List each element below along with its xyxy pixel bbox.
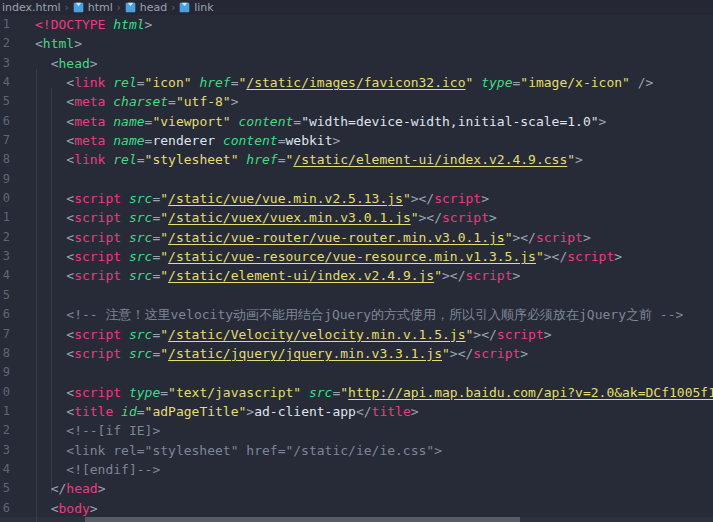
breadcrumb-file[interactable]: index.html [2,1,61,14]
code-line: 2 <!--[if IE]> [0,421,713,440]
line-number: 6 [0,305,10,324]
code-text [10,286,35,305]
code-text: <!-- 注意！这里velocity动画不能用结合jQuery的方式使用，所以引… [10,305,683,324]
code-line: 4 <![endif]--> [0,460,713,479]
code-line: 9 [0,170,713,189]
code-line: 7 <script src="/static/Velocity/velocity… [0,325,713,344]
editor-pane[interactable]: 1<!DOCTYPE html>2<html>3 <head>4 <link r… [0,15,713,522]
chevron-right-icon: › [117,2,121,13]
breadcrumb-file-label: index.html [2,1,61,14]
line-number: 9 [0,170,10,189]
line-number: 3 [0,441,10,460]
line-number: 5 [0,286,10,305]
code-text: <html> [10,34,82,53]
line-number: 9 [0,363,10,382]
code-line: 8 <script src="/static/jquery/jquery.min… [0,344,713,363]
code-line: 1 <title id="adPageTitle">ad-client-app<… [0,402,713,421]
code-line: 6 <!-- 注意！这里velocity动画不能用结合jQuery的方式使用，所… [0,305,713,324]
line-number: 6 [0,112,10,131]
line-number: 7 [0,131,10,150]
code-text: <script type="text/javascript" src="http… [10,383,713,402]
line-number: 4 [0,73,10,92]
code-text: </head> [10,479,105,498]
horizontal-scrollbar[interactable] [0,517,713,522]
code-line: 6 <body> [0,499,713,518]
code-line: 9 [0,363,713,382]
code-line: 2 <script src="/static/vue-router/vue-ro… [0,228,713,247]
breadcrumb-item-label: link [194,1,213,14]
line-number: 8 [0,344,10,363]
code-text: <script src="/static/vue/vue.min.v2.5.13… [10,189,489,208]
code-text: <meta name=renderer content=webkit> [10,131,340,150]
code-text [10,363,35,382]
code-text: <script src="/static/vue-router/vue-rout… [10,228,591,247]
code-line: 3 <link rel="stylesheet" href="/static/i… [0,441,713,460]
code-text: <script src="/static/Velocity/velocity.m… [10,325,552,344]
code-lines: 1<!DOCTYPE html>2<html>3 <head>4 <link r… [0,15,713,522]
code-line: 0 <script type="text/javascript" src="ht… [0,383,713,402]
line-number: 8 [0,150,10,169]
line-number: 6 [0,499,10,518]
code-line: 1<!DOCTYPE html> [0,15,713,34]
line-number: 2 [0,421,10,440]
breadcrumb-item-head[interactable]: head [125,1,167,14]
chevron-right-icon: › [171,2,175,13]
scrollbar-thumb[interactable] [85,517,520,522]
code-text: <!DOCTYPE html> [10,15,152,34]
breadcrumb-item-label: html [88,1,113,14]
line-number: 5 [0,92,10,111]
line-number: 2 [0,228,10,247]
line-number: 1 [0,15,10,34]
code-line: 3 <head> [0,54,713,73]
breadcrumb-item-link[interactable]: link [179,1,213,14]
code-text: <head> [10,54,98,73]
code-text: <body> [10,499,98,518]
code-text [10,170,35,189]
line-number: 4 [0,266,10,285]
code-text: <!--[if IE]> [10,421,160,440]
line-number: 1 [0,208,10,227]
line-number: 7 [0,325,10,344]
chevron-right-icon: › [65,2,69,13]
line-number: 3 [0,54,10,73]
code-text: <script src="/static/vue-resource/vue-re… [10,247,622,266]
code-line: 5 [0,286,713,305]
line-number: 0 [0,189,10,208]
symbol-tag-icon [125,2,136,13]
code-text: <link rel="stylesheet" href="/static/ie/… [10,441,442,460]
indent-guide [36,69,37,522]
line-number: 5 [0,479,10,498]
code-text: <meta charset="utf-8"> [10,92,239,111]
code-line: 0 <script src="/static/vue/vue.min.v2.5.… [0,189,713,208]
code-text: <script src="/static/jquery/jquery.min.v… [10,344,528,363]
breadcrumb: index.html › html › head › link [0,0,713,15]
code-line: 4 <script src="/static/element-ui/index.… [0,266,713,285]
code-text: <![endif]--> [10,460,160,479]
code-line: 8 <link rel="stylesheet" href="/static/e… [0,150,713,169]
code-line: 2<html> [0,34,713,53]
code-text: <script src="/static/element-ui/index.v2… [10,266,520,285]
code-text: <title id="adPageTitle">ad-client-app</t… [10,402,419,421]
code-line: 1 <script src="/static/vuex/vuex.min.v3.… [0,208,713,227]
symbol-tag-icon [179,2,190,13]
code-line: 6 <meta name="viewport" content="width=d… [0,112,713,131]
line-number: 0 [0,383,10,402]
line-number: 4 [0,460,10,479]
breadcrumb-item-html[interactable]: html [73,1,113,14]
indent-guide [51,88,52,494]
line-number: 3 [0,247,10,266]
breadcrumb-item-label: head [140,1,167,14]
code-line: 3 <script src="/static/vue-resource/vue-… [0,247,713,266]
code-text: <link rel="icon" href="/static/images/fa… [10,73,653,92]
symbol-tag-icon [73,2,84,13]
code-text: <script src="/static/vuex/vuex.min.v3.0.… [10,208,497,227]
line-number: 1 [0,402,10,421]
code-line: 7 <meta name=renderer content=webkit> [0,131,713,150]
code-text: <meta name="viewport" content="width=dev… [10,112,606,131]
code-text: <link rel="stylesheet" href="/static/ele… [10,150,583,169]
code-line: 5 <meta charset="utf-8"> [0,92,713,111]
code-line: 5 </head> [0,479,713,498]
line-number: 2 [0,34,10,53]
code-line: 4 <link rel="icon" href="/static/images/… [0,73,713,92]
code-editor-window: index.html › html › head › link 1<!DOCTY… [0,0,713,522]
